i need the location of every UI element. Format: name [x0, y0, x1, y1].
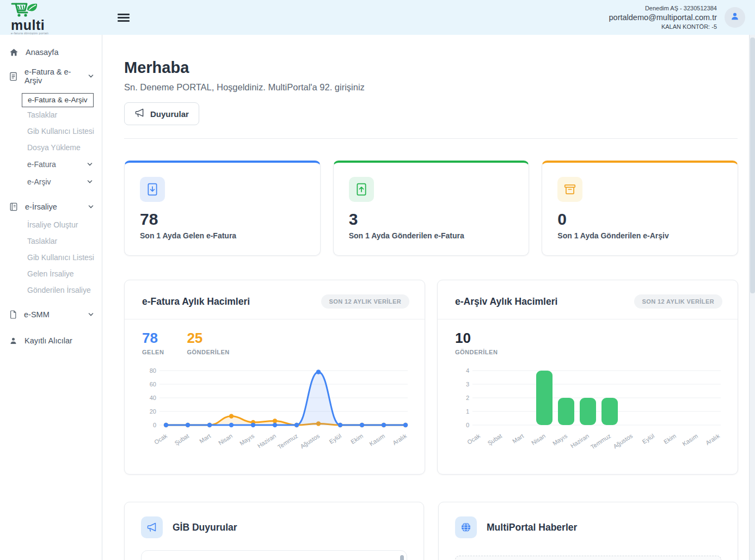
incoming-total-label: GELEN	[142, 349, 164, 355]
sidebar-tooltip: e-Fatura & e-Arşiv	[22, 93, 94, 107]
data-point	[316, 370, 320, 374]
chart-header: e-Fatura Aylık Hacimleri SON 12 AYLIK VE…	[125, 280, 425, 319]
y-tick-label: 3	[465, 381, 469, 387]
user-company: Denedim AŞ - 3230512384	[609, 5, 717, 11]
stat-label: Son 1 Ayda Gelen e-Fatura	[140, 231, 305, 240]
sidebar-item-label: e-Fatura & e-Arşiv	[24, 67, 81, 85]
sidebar-item-label: Gib Kullanıcı Listesi	[27, 127, 94, 136]
sidebar-item-dosya-yukleme[interactable]: Dosya Yükleme	[0, 139, 102, 156]
x-tick-label: Mart	[198, 433, 212, 445]
sidebar-item-e-i-rsaliye[interactable]: e-İrsaliye	[0, 197, 102, 217]
stat-cards-row: 78 Son 1 Ayda Gelen e-Fatura 3 Son 1 Ayd…	[124, 161, 738, 256]
avatar[interactable]	[725, 7, 745, 28]
main-content: Merhaba Sn. Deneme PORTAL, Hoşgeldiniz. …	[102, 35, 755, 560]
earsiv-bar-chart: 01234OcakŞubatMartNisanMayısHaziranTemmu…	[452, 361, 724, 450]
sidebar-item-label: e-Arşiv	[27, 177, 51, 186]
sidebar-item-label: e-SMM	[24, 310, 50, 319]
charts-row: e-Fatura Aylık Hacimleri SON 12 AYLIK VE…	[124, 280, 738, 475]
series-line	[166, 416, 406, 425]
user-credit-balance: KALAN KONTÖR: -5	[609, 23, 717, 30]
sidebar-nav: Anasayfae-Fatura & e-ArşivFatura Oluştur…	[0, 42, 102, 350]
sidebar-item-taslaklar[interactable]: Taslaklar	[0, 107, 102, 123]
x-tick-label: Aralık	[391, 432, 408, 446]
y-tick-label: 20	[149, 408, 156, 415]
sidebar-item-label: Dosya Yükleme	[27, 143, 81, 152]
brand-logo[interactable]: multi e-fatura dönüşüm portalı	[0, 0, 102, 35]
sidebar: Anasayfae-Fatura & e-ArşivFatura Oluştur…	[0, 35, 102, 560]
y-tick-label: 80	[149, 367, 156, 374]
sidebar-item-e-fatura-e-arsiv[interactable]: e-Fatura & e-Arşiv	[0, 62, 102, 90]
x-tick-label: Mart	[511, 433, 525, 445]
data-point	[403, 423, 407, 427]
data-point	[207, 423, 211, 427]
data-point	[337, 423, 342, 427]
sidebar-item-label: Gönderilen İrsaliye	[27, 286, 91, 294]
data-point	[185, 423, 189, 427]
data-point	[359, 423, 364, 427]
stat-value: 78	[140, 210, 305, 229]
stat-card-incoming-efatura[interactable]: 78 Son 1 Ayda Gelen e-Fatura	[124, 161, 321, 256]
data-point	[229, 423, 233, 427]
series-fill	[166, 372, 406, 426]
sidebar-item-label: Gib Kullanıcı Listesi	[27, 253, 94, 262]
sidebar-item-taslaklar[interactable]: Taslaklar	[0, 233, 102, 249]
sidebar-item-anasayfa[interactable]: Anasayfa	[0, 42, 102, 62]
chart-stats: 10 GÖNDERİLEN	[438, 319, 738, 356]
sidebar-item-e-smm[interactable]: e-SMM	[0, 305, 102, 324]
announcements-button[interactable]: Duyurular	[124, 102, 199, 125]
x-tick-label: Şubat	[173, 433, 190, 447]
welcome-section: Merhaba Sn. Deneme PORTAL, Hoşgeldiniz. …	[102, 35, 755, 139]
brand-tagline: e-fatura dönüşüm portalı	[11, 32, 102, 35]
bar	[580, 398, 596, 425]
x-tick-label: Eylül	[328, 433, 342, 445]
x-tick-label: Ekim	[662, 433, 677, 445]
chevron-down-icon	[87, 179, 93, 185]
user-info: Denedim AŞ - 3230512384 portaldemo@multi…	[609, 5, 725, 30]
file-icon	[9, 310, 17, 319]
x-tick-label: Nisan	[530, 433, 546, 446]
chevron-down-icon	[88, 73, 94, 79]
x-tick-label: Mayıs	[551, 432, 568, 446]
menu-toggle-button[interactable]	[114, 10, 133, 25]
page-scrollbar-thumb[interactable]	[750, 38, 755, 293]
sidebar-item-gib-kullanici-listesi[interactable]: Gib Kullanıcı Listesi	[0, 123, 102, 139]
sidebar-item-label: e-İrsaliye	[25, 202, 57, 211]
y-tick-label: 0	[152, 422, 156, 428]
data-point	[272, 423, 277, 427]
x-tick-label: Ağustos	[612, 432, 634, 450]
chart-header: e-Arşiv Aylık Hacimleri SON 12 AYLIK VER…	[438, 280, 738, 319]
x-tick-label: Nisan	[217, 433, 233, 446]
sidebar-item-label: Taslaklar	[27, 237, 57, 245]
sidebar-item-kayitli-alicilar[interactable]: Kayıtlı Alıcılar	[0, 331, 102, 350]
stat-card-sent-efatura[interactable]: 3 Son 1 Ayda Gönderilen e-Fatura	[333, 161, 530, 256]
page-scrollbar[interactable]	[749, 35, 755, 560]
sidebar-item-gelen-i-rsaliye[interactable]: Gelen İrsaliye	[0, 266, 102, 282]
y-tick-label: 4	[465, 367, 469, 374]
stat-value: 0	[557, 210, 722, 229]
sidebar-item-e-arsiv[interactable]: e-Arşiv	[0, 173, 102, 190]
sidebar-item-e-fatura[interactable]: e-Fatura	[0, 156, 102, 173]
sidebar-item-gib-kullanici-listesi[interactable]: Gib Kullanıcı Listesi	[0, 249, 102, 266]
stat-card-sent-earsiv[interactable]: 0 Son 1 Ayda Gönderilen e-Arşiv	[542, 161, 738, 256]
gib-announcements-list[interactable]	[141, 550, 407, 560]
section-divider	[124, 138, 738, 139]
x-tick-label: Aralık	[704, 432, 721, 446]
data-point	[381, 423, 385, 427]
file-arrow-up-icon	[349, 177, 374, 202]
x-tick-label: Ekim	[349, 433, 364, 445]
page-title: Merhaba	[124, 59, 738, 77]
list-scrollbar[interactable]	[400, 555, 404, 560]
card-title: GİB Duyurular	[173, 522, 237, 533]
y-tick-label: 60	[149, 381, 156, 387]
data-point	[272, 419, 277, 423]
y-tick-label: 2	[465, 395, 469, 401]
incoming-total: 78	[142, 330, 164, 346]
sidebar-item-gonderilen-i-rsaliye[interactable]: Gönderilen İrsaliye	[0, 282, 102, 298]
bar	[601, 398, 618, 425]
x-tick-label: Haziran	[569, 433, 590, 450]
globe-icon	[455, 516, 477, 538]
sidebar-item-label: e-Fatura	[27, 160, 56, 169]
person-icon	[9, 337, 17, 345]
sidebar-item-i-rsaliye-olustur[interactable]: İrsaliye Oluştur	[0, 217, 102, 233]
chart-title: e-Arşiv Aylık Hacimleri	[455, 296, 557, 307]
